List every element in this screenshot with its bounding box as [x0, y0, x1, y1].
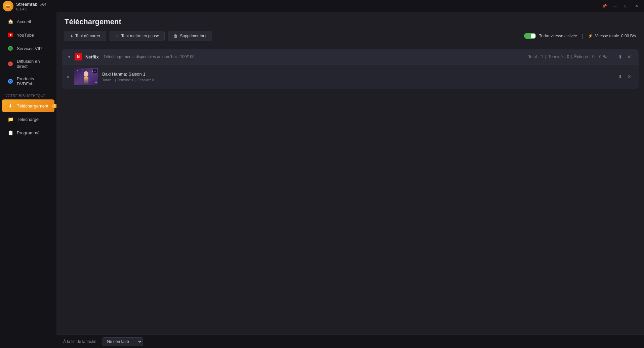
group-stat-sep2: |: [571, 54, 572, 59]
group-stats: Total : 1 | Terminé : 0 | Échoué : 0 0 B…: [528, 54, 608, 59]
sidebar-item-telechargement[interactable]: ⬇ Téléchargement 1: [2, 99, 54, 112]
sidebar-label-services-vip: Services VIP: [17, 46, 42, 51]
maximize-button[interactable]: □: [621, 3, 631, 9]
download-icon: ⬇: [7, 103, 13, 109]
content-area: Téléchargement ⬇ Tout démarrer ⏸ Tout me…: [56, 12, 644, 348]
sidebar-label-dvdfab: Products DVDFab: [17, 76, 49, 86]
group-close-button[interactable]: ✕: [625, 53, 633, 61]
delete-all-icon: 🗑: [174, 34, 178, 38]
item-thumbnail: 1 ≡: [74, 68, 98, 85]
svg-point-5: [9, 5, 9, 6]
titlebar-left: Streamfab x64 6.1.4.6: [3, 1, 46, 11]
app-logo: [3, 1, 13, 11]
svg-rect-22: [84, 77, 88, 84]
svg-point-11: [9, 63, 11, 65]
thumbnail-menu-icon: ≡: [95, 81, 97, 84]
group-total-value: 1: [541, 54, 544, 59]
group-collapse-button[interactable]: ▼: [67, 54, 71, 59]
item-echoue-label: Échoué:: [137, 78, 152, 82]
group-termine-label: Terminé :: [548, 54, 565, 59]
svg-rect-23: [81, 77, 84, 82]
svg-rect-24: [88, 77, 91, 82]
item-actions: ⏸ ✕: [616, 73, 633, 81]
task-end-select[interactable]: Ne rien faire Arrêter Mettre en veille: [103, 337, 143, 346]
item-stats: Total: 1 | Terminé: 0 | Échoué: 0: [102, 78, 612, 82]
vip-icon: [7, 45, 13, 51]
item-total-value: 1: [112, 78, 114, 82]
item-termine-label: Terminé:: [117, 78, 132, 82]
dvdfab-icon: [7, 78, 13, 84]
turbo-switch[interactable]: [524, 33, 536, 39]
footer: À la fin de la tâche : Ne rien faire Arr…: [56, 335, 644, 348]
item-info: Baki Hanma: Saison 1 Total: 1 | Terminé:…: [102, 72, 612, 82]
svg-point-4: [7, 5, 7, 6]
app-arch: x64: [40, 2, 46, 6]
sidebar-label-programme: Programmé: [17, 130, 40, 135]
sidebar-item-telecharge[interactable]: 📁 Téléchargé: [2, 113, 54, 126]
svg-point-21: [84, 71, 88, 77]
home-icon: 🏠: [7, 18, 13, 25]
group-speed: 0 B/s: [599, 54, 608, 59]
app-name: Streamfab: [16, 2, 38, 7]
sidebar-item-services-vip[interactable]: Services VIP: [2, 42, 54, 55]
sidebar-item-youtube[interactable]: YouTube: [2, 29, 54, 41]
library-section-label: VOTRE BIBLIOTHÈQUE: [5, 94, 51, 98]
group-subtitle: Téléchargements disponibles aujourd'hui …: [104, 54, 195, 59]
sidebar: 🏠 Accueil YouTube Services VIP: [0, 12, 56, 348]
delete-all-button[interactable]: 🗑 Supprimer tout: [168, 31, 212, 41]
group-pause-button[interactable]: ⏸: [616, 53, 624, 61]
start-all-button[interactable]: ⬇ Tout démarrer: [65, 31, 106, 41]
sidebar-label-diffusion: Diffusion en direct: [17, 59, 49, 69]
sidebar-label-accueil: Accueil: [17, 19, 31, 24]
group-echoue-value: 0: [592, 54, 595, 59]
group-total-label: Total :: [528, 54, 539, 59]
task-end-label: À la fin de la tâche :: [63, 339, 98, 344]
minimize-button[interactable]: —: [610, 3, 620, 9]
close-button[interactable]: ✕: [632, 3, 641, 9]
group-termine-value: 0: [567, 54, 569, 59]
toolbar-separator: |: [582, 33, 583, 39]
folder-icon: 📁: [7, 116, 13, 122]
group-actions: ⏸ ✕: [616, 53, 633, 61]
app-version: 6.1.4.6: [16, 7, 46, 11]
sidebar-label-youtube: YouTube: [17, 33, 34, 38]
speed-value: 0.00 B/s: [621, 34, 636, 38]
pause-all-button[interactable]: ⏸ Tout mettre en pause: [110, 31, 165, 41]
page-title: Téléchargement: [65, 17, 636, 26]
start-all-icon: ⬇: [70, 34, 73, 38]
youtube-icon: [7, 32, 13, 38]
item-termine-value: 0: [132, 78, 134, 82]
svg-point-14: [10, 81, 11, 82]
sidebar-item-programme[interactable]: 📋 Programmé: [2, 126, 54, 139]
sidebar-item-dvdfab[interactable]: Products DVDFab: [2, 73, 54, 90]
item-expand-button[interactable]: ▶: [67, 75, 70, 79]
group-stat-sep1: |: [545, 54, 546, 59]
pin-button[interactable]: 📌: [600, 3, 609, 9]
titlebar: Streamfab x64 6.1.4.6 📌 — □ ✕: [0, 0, 644, 12]
speed-label: Vitesse totale: [595, 34, 619, 38]
sidebar-label-telecharge: Téléchargé: [17, 117, 39, 122]
sidebar-item-accueil[interactable]: 🏠 Accueil: [2, 15, 54, 28]
downloads-area: ▼ N Netflix Téléchargements disponibles …: [56, 45, 644, 335]
item-total-label: Total:: [102, 78, 112, 82]
scheduled-icon: 📋: [7, 130, 13, 136]
sidebar-label-telechargement: Téléchargement: [17, 103, 48, 108]
group-echoue-label: Échoué :: [574, 54, 590, 59]
live-icon: [7, 61, 13, 67]
bolt-icon: ⚡: [588, 34, 593, 38]
app-name-version: Streamfab x64 6.1.4.6: [16, 1, 46, 11]
item-title: Baki Hanma: Saison 1: [102, 72, 612, 77]
delete-all-label: Supprimer tout: [180, 34, 206, 38]
item-close-button[interactable]: ✕: [625, 73, 633, 81]
thumbnail-count-badge: 1: [93, 69, 97, 73]
main-layout: 🏠 Accueil YouTube Services VIP: [0, 12, 644, 348]
pause-all-label: Tout mettre en pause: [121, 34, 159, 38]
start-all-label: Tout démarrer: [75, 34, 100, 38]
pause-all-icon: ⏸: [115, 34, 119, 38]
download-item: ▶: [62, 64, 639, 89]
turbo-toggle[interactable]: Turbo-vitesse activée: [524, 33, 577, 39]
item-pause-button[interactable]: ⏸: [616, 73, 624, 81]
group-service-name: Netflix: [85, 54, 99, 59]
turbo-label: Turbo-vitesse activée: [539, 34, 577, 38]
sidebar-item-diffusion[interactable]: Diffusion en direct: [2, 55, 54, 72]
